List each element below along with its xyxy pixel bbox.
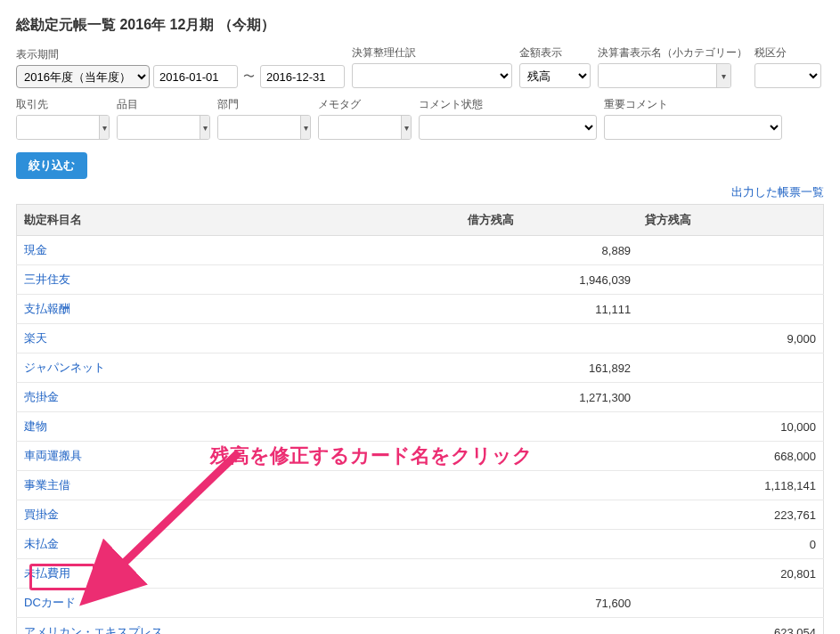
account-link[interactable]: 車両運搬具 [24, 449, 82, 462]
debit-cell: 161,892 [461, 354, 638, 383]
filter-tax-division: 税区分 [754, 45, 821, 88]
chevron-down-icon[interactable]: ▾ [716, 64, 730, 87]
filter-row-1: 表示期間 2016年度（当年度） 〜 決算整理仕訳 金額表示 残高 決算書表示名… [16, 45, 824, 88]
label-report-display-name: 決算書表示名（小カテゴリー） [598, 45, 747, 61]
column-header-debit: 借方残高 [461, 205, 638, 236]
account-link[interactable]: 未払金 [24, 537, 59, 550]
svg-line-0 [114, 452, 239, 573]
debit-cell [461, 471, 638, 500]
credit-cell [638, 354, 823, 383]
table-row: DCカード71,600 [17, 589, 824, 618]
debit-cell [461, 618, 638, 635]
table-row: 支払報酬11,111 [17, 295, 824, 324]
annotation-text: 残高を修正するカード名をクリック [210, 443, 533, 469]
filter-item: 品目 ▾ [117, 97, 210, 140]
account-link[interactable]: 支払報酬 [24, 302, 70, 315]
table-row: 三井住友1,946,039 [17, 265, 824, 295]
filter-partner: 取引先 ▾ [16, 97, 110, 140]
credit-cell [638, 589, 823, 618]
label-important-comment: 重要コメント [604, 97, 782, 112]
chevron-down-icon[interactable]: ▾ [401, 116, 411, 139]
credit-cell: 20,801 [638, 559, 823, 589]
table-row: アメリカン・エキスプレス623,054 [17, 618, 824, 635]
debit-cell [461, 412, 638, 442]
amount-display-select[interactable]: 残高 [519, 63, 591, 88]
debit-cell [461, 530, 638, 559]
filter-closing-adjustment: 決算整理仕訳 [352, 45, 512, 88]
table-row: 楽天9,000 [17, 324, 824, 354]
column-header-name: 勘定科目名 [17, 205, 461, 236]
debit-cell: 8,889 [461, 236, 638, 265]
account-link[interactable]: ジャパンネット [24, 361, 105, 374]
filter-display-period: 表示期間 2016年度（当年度） 〜 [16, 47, 345, 88]
table-row: 売掛金1,271,300 [17, 383, 824, 412]
report-display-name-input[interactable] [599, 64, 716, 87]
filter-comment-status: コメント状態 [419, 97, 597, 140]
annotation-highlight [29, 564, 95, 590]
chevron-down-icon[interactable]: ▾ [99, 116, 109, 139]
account-link[interactable]: 三井住友 [24, 272, 70, 286]
label-item: 品目 [117, 97, 210, 112]
section-combo[interactable]: ▾ [217, 115, 311, 140]
credit-cell [638, 265, 823, 295]
account-link[interactable]: 現金 [24, 243, 47, 256]
account-link[interactable]: 楽天 [24, 331, 47, 345]
memo-tag-combo[interactable]: ▾ [318, 115, 412, 140]
credit-cell [638, 383, 823, 412]
label-closing-adjustment: 決算整理仕訳 [352, 45, 512, 61]
filter-report-display-name: 決算書表示名（小カテゴリー） ▾ [598, 45, 747, 88]
debit-cell: 11,111 [461, 295, 638, 324]
debit-cell [461, 559, 638, 589]
memo-tag-input[interactable] [319, 116, 401, 139]
label-section: 部門 [217, 97, 311, 112]
chevron-down-icon[interactable]: ▾ [300, 116, 310, 139]
period-from-input[interactable] [153, 65, 238, 88]
report-display-name-combo[interactable]: ▾ [598, 63, 731, 88]
label-display-period: 表示期間 [16, 47, 345, 62]
table-row: 現金8,889 [17, 236, 824, 265]
label-comment-status: コメント状態 [419, 97, 597, 112]
account-link[interactable]: 売掛金 [24, 390, 59, 403]
fiscal-year-select[interactable]: 2016年度（当年度） [16, 65, 150, 88]
credit-cell [638, 295, 823, 324]
item-combo[interactable]: ▾ [117, 115, 210, 140]
item-input[interactable] [118, 116, 200, 139]
debit-cell [461, 324, 638, 354]
label-amount-display: 金額表示 [519, 45, 591, 61]
tilde: 〜 [241, 69, 257, 85]
account-link[interactable]: アメリカン・エキスプレス [24, 625, 163, 634]
label-memo-tag: メモタグ [318, 97, 412, 112]
credit-cell: 10,000 [638, 412, 823, 442]
chevron-down-icon[interactable]: ▾ [200, 116, 209, 139]
credit-cell: 9,000 [638, 324, 823, 354]
account-link[interactable]: 事業主借 [24, 478, 70, 492]
partner-combo[interactable]: ▾ [16, 115, 110, 140]
label-partner: 取引先 [16, 97, 110, 112]
important-comment-select[interactable] [604, 115, 782, 140]
debit-cell [461, 500, 638, 530]
tax-division-select[interactable] [754, 63, 821, 88]
section-input[interactable] [218, 116, 300, 139]
account-link[interactable]: 買掛金 [24, 508, 59, 521]
table-row: ジャパンネット161,892 [17, 354, 824, 383]
credit-cell: 1,118,141 [638, 471, 823, 500]
account-link[interactable]: DCカード [24, 596, 76, 609]
partner-input[interactable] [17, 116, 99, 139]
filter-button[interactable]: 絞り込む [16, 152, 87, 179]
credit-cell: 223,761 [638, 500, 823, 530]
debit-cell: 71,600 [461, 589, 638, 618]
debit-cell: 1,946,039 [461, 265, 638, 295]
debit-cell: 1,271,300 [461, 383, 638, 412]
page-title: 総勘定元帳一覧 2016年 12月期 （今期） [16, 16, 824, 35]
credit-cell: 668,000 [638, 442, 823, 471]
filter-memo-tag: メモタグ ▾ [318, 97, 412, 140]
filter-section: 部門 ▾ [217, 97, 311, 140]
filter-important-comment: 重要コメント [604, 97, 782, 140]
account-link[interactable]: 建物 [24, 419, 47, 433]
exported-reports-link[interactable]: 出力した帳票一覧 [731, 185, 824, 199]
period-to-input[interactable] [260, 65, 345, 88]
credit-cell [638, 236, 823, 265]
table-row: 建物10,000 [17, 412, 824, 442]
comment-status-select[interactable] [419, 115, 597, 140]
closing-adjustment-select[interactable] [352, 63, 512, 88]
